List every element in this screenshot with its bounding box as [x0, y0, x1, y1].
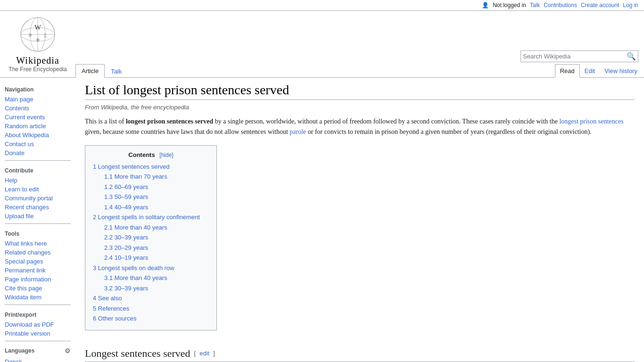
tab-edit[interactable]: Edit	[580, 65, 600, 77]
intro-link-parole[interactable]: parole	[289, 128, 306, 135]
print-title: Print/export	[0, 308, 75, 320]
toc-link[interactable]: 1.1 More than 70 years	[104, 173, 167, 180]
logo-subtitle: The Free Encyclopedia	[8, 66, 66, 73]
toc-link[interactable]: 4 See also	[93, 295, 122, 302]
toc-item: 2.4 10–19 years	[104, 253, 209, 263]
sidebar-item-upload-file[interactable]: Upload file	[0, 212, 75, 221]
section-longest-sentences: Longest sentences served [edit]	[85, 347, 635, 362]
svg-text:維: 維	[36, 38, 40, 42]
create-account-link[interactable]: Create account	[581, 2, 619, 8]
top-bar: 👤 Not logged in Talk Contributions Creat…	[0, 0, 644, 11]
intro-text2: by a single person, worldwide, without a…	[213, 118, 559, 125]
search-box[interactable]: 🔍	[520, 50, 638, 62]
search-input[interactable]	[523, 53, 627, 60]
sidebar-item-contents[interactable]: Contents	[0, 104, 75, 113]
sidebar-item-recent-changes[interactable]: Recent changes	[0, 203, 75, 212]
toc-item: 6 Other sources	[93, 314, 209, 323]
intro-text4: or for convicts to remain in prison beyo…	[306, 128, 591, 135]
sidebar-item-page-information[interactable]: Page information	[0, 275, 75, 284]
tab-view-history[interactable]: View history	[600, 65, 642, 77]
toc-item: 3.1 More than 40 years	[104, 273, 209, 283]
toc-item: 1 Longest sentences served	[93, 162, 209, 172]
sidebar-item-related-changes[interactable]: Related changes	[0, 248, 75, 257]
tab-talk[interactable]: Talk	[105, 65, 128, 78]
sidebar-divider-2	[5, 223, 71, 224]
toc-link[interactable]: 3.2 30–39 years	[104, 285, 148, 292]
search-and-actions: 🔍	[75, 48, 644, 64]
sidebar-divider-1	[5, 160, 71, 161]
sidebar-item-dansk[interactable]: Dansk	[0, 357, 75, 362]
tab-read[interactable]: Read	[555, 64, 580, 78]
toc-link[interactable]: 2 Longest spells in solitary confinement	[93, 214, 200, 221]
sidebar-item-what-links-here[interactable]: What links here	[0, 239, 75, 248]
toc-item: 2.2 30–39 years	[104, 233, 209, 242]
toc-link[interactable]: 1.2 60–69 years	[104, 183, 148, 190]
sidebar-item-help[interactable]: Help	[0, 176, 75, 185]
toc-link[interactable]: 1 Longest sentences served	[93, 163, 170, 170]
sidebar-item-cite-this-page[interactable]: Cite this page	[0, 284, 75, 293]
tabs-row: Article Talk Read Edit View history	[75, 64, 644, 77]
read-edit-tabs: Read Edit View history	[555, 64, 642, 77]
intro-bold: longest prison sentences served	[126, 118, 214, 125]
main-layout: Navigation Main page Contents Current ev…	[0, 78, 644, 362]
sidebar-item-donate[interactable]: Donate	[0, 148, 75, 157]
sidebar-item-about-wikipedia[interactable]: About Wikipedia	[0, 131, 75, 140]
toc-link[interactable]: 2.4 10–19 years	[104, 254, 148, 261]
toc-title-text: Contents	[128, 151, 155, 158]
toc-link[interactable]: 2.2 30–39 years	[104, 234, 148, 241]
sidebar-item-special-pages[interactable]: Special pages	[0, 257, 75, 266]
wikipedia-logo[interactable]: W Ω ∑ 維	[19, 16, 57, 53]
intro-text1: This is a list of	[85, 118, 126, 125]
section-edit-link[interactable]: edit	[199, 350, 209, 357]
page-subtitle: From Wikipedia, the free encyclopedia	[85, 104, 635, 111]
sidebar-item-printable-version[interactable]: Printable version	[0, 329, 75, 338]
header: W Ω ∑ 維 Wikipedia The Free Encyclopedia …	[0, 11, 644, 78]
toc-link[interactable]: 3.1 More than 40 years	[104, 274, 167, 281]
sidebar-item-main-page[interactable]: Main page	[0, 95, 75, 104]
toc-link[interactable]: 3 Longest spells on death row	[93, 264, 174, 272]
toc-item: 1.3 50–59 years	[104, 192, 209, 202]
log-in-link[interactable]: Log in	[623, 2, 638, 8]
languages-title: Languages	[5, 347, 34, 354]
toc-link[interactable]: 2.3 20–29 years	[104, 244, 148, 251]
section-longest-sentences-title: Longest sentences served	[85, 347, 190, 360]
toc-item: 3 Longest spells on death row	[93, 263, 209, 273]
contributions-link[interactable]: Contributions	[544, 2, 577, 8]
toc-item: 2.1 More than 40 years	[104, 223, 209, 232]
toc-link[interactable]: 2.1 More than 40 years	[104, 224, 167, 231]
tab-article[interactable]: Article	[75, 64, 105, 78]
toc-link[interactable]: 1.3 50–59 years	[104, 193, 148, 200]
gear-icon[interactable]: ⚙	[65, 347, 71, 354]
svg-text:Ω: Ω	[29, 33, 32, 37]
toc-item: 3.2 30–39 years	[104, 284, 209, 293]
sidebar-item-random-article[interactable]: Random article	[0, 122, 75, 131]
sidebar: Navigation Main page Contents Current ev…	[0, 78, 75, 362]
talk-link[interactable]: Talk	[530, 2, 540, 8]
not-logged-in-text: Not logged in	[493, 2, 526, 8]
logo-title[interactable]: Wikipedia	[16, 55, 59, 66]
contribute-title: Contribute	[0, 164, 75, 176]
toc-item: 1.2 60–69 years	[104, 182, 209, 192]
user-icon: 👤	[482, 2, 489, 8]
sidebar-item-wikidata-item[interactable]: Wikidata item	[0, 293, 75, 302]
toc-link[interactable]: 6 Other sources	[93, 315, 137, 322]
sidebar-item-learn-to-edit[interactable]: Learn to edit	[0, 185, 75, 194]
sidebar-item-community-portal[interactable]: Community portal	[0, 194, 75, 203]
toc-item: 4 See also	[93, 294, 209, 303]
toc-title: Contents [hide]	[93, 151, 209, 158]
sidebar-item-download-pdf[interactable]: Download as PDF	[0, 320, 75, 329]
search-button[interactable]: 🔍	[627, 52, 636, 61]
sidebar-item-current-events[interactable]: Current events	[0, 113, 75, 122]
intro-text3: given, because some countries have laws …	[85, 128, 289, 135]
toc-item: 2.3 20–29 years	[104, 243, 209, 253]
toc-hide-link[interactable]: [hide]	[159, 152, 173, 158]
toc-item: 1.4 40–49 years	[104, 203, 209, 212]
sidebar-item-contact-us[interactable]: Contact us	[0, 140, 75, 148]
navigation-title: Navigation	[0, 82, 75, 95]
toc-item: 2 Longest spells in solitary confinement	[93, 213, 209, 222]
intro-link-longest-sentences[interactable]: longest prison sentences	[559, 118, 623, 125]
sidebar-item-permanent-link[interactable]: Permanent link	[0, 266, 75, 275]
toc-link[interactable]: 1.4 40–49 years	[104, 204, 148, 211]
toc: Contents [hide] 1 Longest sentences serv…	[85, 145, 217, 330]
toc-link[interactable]: 5 References	[93, 305, 129, 312]
